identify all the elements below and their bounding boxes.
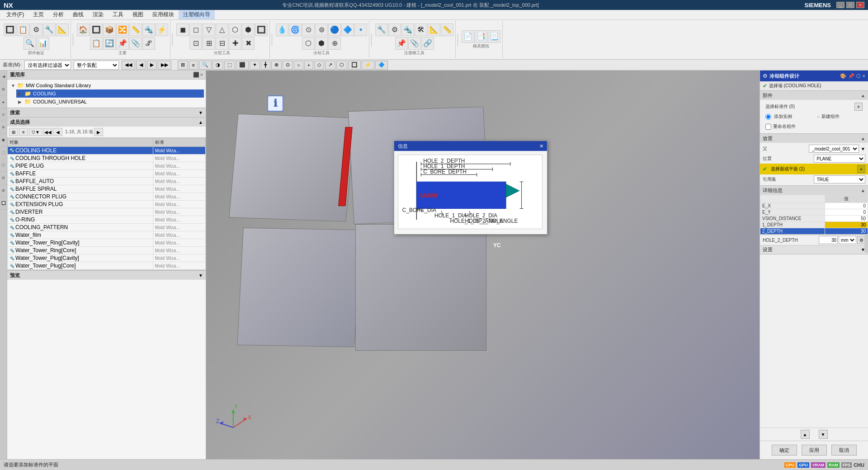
fl-icon-2[interactable]: ⊞	[0, 83, 7, 96]
tb-main-4[interactable]: 🔀	[116, 24, 129, 36]
member-back-btn[interactable]: ◀	[53, 128, 62, 136]
filter-select[interactable]: 没有选择过滤器	[24, 61, 71, 70]
tb-main-2[interactable]: 🔲	[90, 24, 103, 36]
menu-view[interactable]: 视图	[128, 10, 148, 19]
table-row[interactable]: 🔩 Water_film Mold Wiza...	[8, 231, 206, 239]
tb-mold-4[interactable]: 🛠	[415, 24, 427, 36]
tb-btn-2[interactable]: 📋	[17, 24, 29, 36]
dialog-close-button[interactable]: ×	[540, 142, 543, 150]
close-button[interactable]: ×	[856, 2, 864, 8]
tb-main-7[interactable]: ⚡	[156, 24, 168, 36]
reuse-expand-icon[interactable]: ⬛	[193, 72, 199, 78]
3d-viewport[interactable]: XC YC X Y Z ℹ 信息 ×	[206, 70, 760, 459]
table-row[interactable]: 🔩 BAFFLE SPIRAL Mold Wiza...	[8, 185, 206, 193]
tb-main-9[interactable]: 🔄	[103, 37, 116, 50]
fl-icon-10[interactable]: ⊞	[0, 184, 7, 197]
view-btn-2[interactable]: ≡	[189, 61, 198, 70]
tree-root[interactable]: ▼ 📁 MW Cooling Standard Library	[9, 81, 204, 89]
fl-icon-1[interactable]: ◀	[0, 70, 7, 83]
menu-modules[interactable]: 应用模块	[148, 10, 179, 19]
detail-value[interactable]: 0	[825, 209, 868, 216]
maximize-button[interactable]: □	[846, 2, 854, 8]
father-dropdown[interactable]: _model2_cool_001	[809, 145, 859, 153]
table-row[interactable]: 🔩 BAFFLE Mold Wiza...	[8, 170, 206, 178]
tb-part-3[interactable]: ▽	[203, 24, 215, 36]
detail-scrollbar[interactable]	[864, 235, 868, 253]
fl-icon-3[interactable]: ▲	[0, 96, 7, 108]
fl-icon-11[interactable]: 🔲	[0, 197, 7, 210]
tree-item-cooling[interactable]: ▶ 📁 COOLING	[16, 89, 204, 98]
table-row[interactable]: 🔩 Water_Tower_Ring[Core] Mold Wiza...	[8, 247, 206, 254]
view-btn-4[interactable]: ◑	[212, 61, 223, 70]
tb-mold-9[interactable]: 🔗	[421, 37, 434, 50]
fl-icon-4[interactable]: ⊙	[0, 108, 7, 121]
father-expand-icon[interactable]: ▼	[861, 146, 865, 151]
detail-value[interactable]: 50	[825, 216, 868, 222]
view-btn-6[interactable]: ⬛	[236, 61, 249, 70]
tb-cool-8[interactable]: ⬡	[302, 37, 315, 50]
tb-main-11[interactable]: 📎	[129, 37, 142, 50]
member-list-btn[interactable]: ≡	[19, 128, 28, 136]
add-plane-btn[interactable]: +	[857, 165, 865, 173]
fl-icon-5[interactable]: ⊕	[0, 121, 7, 134]
ok-button[interactable]: 确定	[772, 445, 797, 456]
apply-button[interactable]: 应用	[802, 445, 827, 456]
table-row[interactable]: 🔩 DIVERTER Mold Wiza...	[8, 208, 206, 216]
view-btn-9[interactable]: ⊕	[271, 61, 282, 70]
tb-btn-6[interactable]: 🔍	[24, 37, 36, 50]
tb-mold-1[interactable]: 🔧	[375, 24, 388, 36]
tb-part-9[interactable]: ⊞	[203, 37, 215, 50]
view-btn-12[interactable]: +	[304, 61, 313, 70]
member-filter-btn[interactable]: ▽▼	[29, 128, 42, 136]
tb-part-1[interactable]: ◼	[176, 24, 189, 36]
tb-main-3[interactable]: 📦	[103, 24, 116, 36]
table-row[interactable]: 🔩 O-RING Mold Wiza...	[8, 216, 206, 224]
view-btn-18[interactable]: 🔷	[375, 61, 388, 70]
view-btn-15[interactable]: ⬡	[336, 61, 347, 70]
tb-btn-1[interactable]: 🔲	[4, 24, 16, 36]
radio-add-instance-input[interactable]	[765, 114, 771, 120]
tb-btn-3[interactable]: ⚙	[30, 24, 42, 36]
tb-draw-2[interactable]: 📑	[475, 30, 487, 43]
table-row[interactable]: 🔩 Water_Tower_Plug[Cavity] Mold Wiza...	[8, 254, 206, 262]
hole2-unit-select[interactable]: mm	[839, 236, 856, 244]
tb-main-12[interactable]: 🖇	[142, 37, 155, 50]
position-dropdown[interactable]: PLANE	[814, 155, 866, 163]
tb-mold-3[interactable]: 🔩	[401, 24, 414, 36]
member-prev-btn[interactable]: ◀◀	[43, 128, 52, 136]
view-btn-8[interactable]: ╋	[261, 61, 270, 70]
tb-part-11[interactable]: ✚	[229, 37, 241, 50]
view-btn-17[interactable]: ⚡	[362, 61, 374, 70]
view-btn-5[interactable]: ⬚	[224, 61, 235, 70]
tb-mold-7[interactable]: 📌	[395, 37, 408, 50]
tb-main-5[interactable]: 📏	[129, 24, 142, 36]
menu-file[interactable]: 文件(F)	[2, 10, 28, 19]
hole2-depth-input[interactable]	[819, 236, 838, 244]
view-btn-13[interactable]: ◇	[314, 61, 324, 70]
filter-btn-2[interactable]: ◀	[136, 61, 146, 70]
tb-part-8[interactable]: ⊡	[189, 37, 202, 50]
tb-cool-9[interactable]: ⬢	[315, 37, 328, 50]
preview-toggle[interactable]: ▼	[198, 273, 203, 278]
rp-color-icon[interactable]: 🎨	[840, 73, 846, 79]
detail-value[interactable]: 30	[825, 222, 868, 228]
tb-cool-2[interactable]: 🌀	[289, 24, 302, 36]
reuse-close-icon[interactable]: ×	[200, 72, 203, 78]
view-btn-7[interactable]: ✦	[250, 61, 260, 70]
tb-mold-6[interactable]: 📏	[441, 24, 453, 36]
table-row[interactable]: 🔩 CONNECTOR PLUG Mold Wiza...	[8, 193, 206, 201]
scroll-down-btn[interactable]: ▼	[819, 430, 828, 439]
detail-value[interactable]: 0	[825, 203, 868, 209]
tb-btn-5[interactable]: 📐	[56, 24, 69, 36]
menu-render[interactable]: 渲染	[88, 10, 108, 19]
scroll-up-btn[interactable]: ▲	[801, 430, 810, 439]
view-btn-14[interactable]: ↗	[325, 61, 335, 70]
tb-main-1[interactable]: 🏠	[77, 24, 90, 36]
member-next-btn[interactable]: ▶	[94, 128, 103, 136]
cancel-button[interactable]: 取消	[831, 445, 857, 456]
tb-part-5[interactable]: ⬡	[229, 24, 241, 36]
view-btn-16[interactable]: 🔲	[348, 61, 361, 70]
tb-part-6[interactable]: ⬢	[242, 24, 255, 36]
table-row[interactable]: 🔩 PIPE PLUG Mold Wiza...	[8, 162, 206, 170]
tb-main-10[interactable]: 📌	[116, 37, 129, 50]
